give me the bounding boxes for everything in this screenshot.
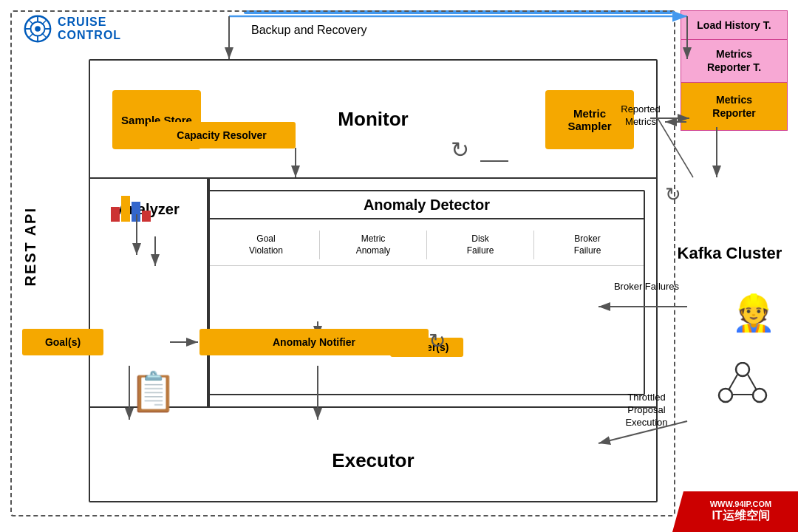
svg-line-20 <box>748 375 757 390</box>
load-history-label: Load History T. <box>697 19 771 31</box>
svg-line-19 <box>729 375 737 390</box>
anomaly-sub-goal-violation: GoalViolation <box>213 231 320 259</box>
metric-sampler-label: MetricSampler <box>567 107 611 132</box>
right-panel: Load History T. MetricsReporter T. Metri… <box>681 10 788 131</box>
monitor-section: Monitor Sample Store MetricSampler <box>90 61 656 179</box>
watermark: WWW.94IP.COM IT运维空间 <box>672 491 798 532</box>
broker-failures-label: Broker Failures <box>613 281 680 293</box>
metrics-reporter-t-label: MetricsReporter T. <box>707 48 761 73</box>
throttled-proposal-label: Throttled Proposal Execution <box>610 392 683 429</box>
executor-section: Executor <box>90 420 656 501</box>
anomaly-sub-disk-failure: DiskFailure <box>427 231 534 259</box>
watermark-url: WWW.94IP.COM <box>710 499 772 508</box>
anomaly-notifier-box: Anomaly Notifier <box>200 329 429 355</box>
backup-recovery-label: Backup and Recovery <box>251 24 367 37</box>
svg-rect-13 <box>121 196 130 222</box>
watermark-name: IT运维空间 <box>712 508 769 524</box>
goals-box: Goal(s) <box>22 329 103 355</box>
kafka-broker-character: 👷 <box>732 296 776 331</box>
svg-point-18 <box>753 389 766 402</box>
capacity-resolver-box: Capacity Resolver <box>148 122 296 149</box>
executor-label: Executor <box>332 449 414 472</box>
svg-point-17 <box>719 389 732 402</box>
anomaly-sub-broker-failure: BrokerFailure <box>534 231 641 259</box>
kafka-cluster-label: Kafka Cluster <box>676 244 783 263</box>
kafka-logo <box>717 362 768 417</box>
svg-rect-15 <box>142 211 151 222</box>
cycle-icon-3: ↻ <box>665 183 681 206</box>
anomaly-detector-panel: Anomaly Detector GoalViolation MetricAno… <box>208 190 645 395</box>
anomaly-detector-title: Anomaly Detector <box>210 191 644 219</box>
chart-icon-container <box>109 188 154 225</box>
document-icon: 📋 <box>129 369 177 415</box>
load-history-box: Load History T. <box>681 10 788 40</box>
svg-rect-12 <box>111 207 120 222</box>
anomaly-sub-metric-anomaly: MetricAnomaly <box>320 231 427 259</box>
rest-api-label: REST API <box>22 207 39 287</box>
cycle-icon-2: ↻ <box>429 329 446 353</box>
cycle-icon-1: ↻ <box>451 137 469 163</box>
svg-point-16 <box>736 363 749 376</box>
svg-rect-14 <box>132 202 140 222</box>
monitor-label: Monitor <box>338 108 408 131</box>
metrics-reporter-label: MetricsReporter <box>712 94 755 119</box>
metrics-reporter-t-box: MetricsReporter T. <box>681 40 788 82</box>
main-container: CRUISE CONTROL REST API Monitor Sample S… <box>0 0 798 532</box>
chart-icon <box>109 188 154 225</box>
reported-metrics-label: Reported Metrics <box>607 103 674 129</box>
anomaly-sub-row: GoalViolation MetricAnomaly DiskFailure … <box>210 225 644 266</box>
kafka-logo-icon <box>717 362 768 410</box>
metrics-reporter-box: MetricsReporter <box>681 83 788 131</box>
